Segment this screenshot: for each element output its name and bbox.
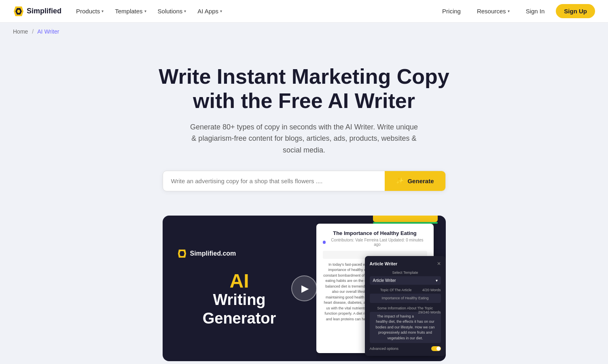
video-brand-icon [177,249,187,258]
ai-advanced-row: Advanced options [370,346,441,351]
breadcrumb-home[interactable]: Home [13,28,28,35]
video-title-ai: AI [177,271,302,291]
ai-panel-close-icon[interactable]: ✕ [437,261,441,267]
nav-solutions[interactable]: Solutions ▾ [153,4,191,18]
generate-button[interactable]: ✨ Generate [385,171,445,191]
ai-info-field[interactable]: The impact of having a healthy diet, the… [370,312,441,343]
hero-title: Write Instant Marketing Copy with the Fr… [150,65,458,113]
ai-topic-field[interactable]: Importance of Healthy Eating [370,294,441,303]
nav-right: Pricing Resources ▾ Sign In Sign Up [437,4,595,18]
doc-title: The Importance of Healthy Eating [323,230,427,236]
video-title-rest: WritingGenerator [203,291,276,327]
hero-description: Generate 80+ types of copy in seconds wi… [187,121,422,156]
breadcrumb-current: AI Writer [37,28,59,35]
video-right: The Importance of Healthy Eating Contrib… [316,216,446,361]
logo-icon [13,6,24,17]
chevron-down-icon: ▾ [220,9,222,13]
video-section: Simplified.com AI WritingGenerator ▶ The… [8,216,600,364]
breadcrumb: Home / AI Writer [0,23,608,40]
svg-marker-4 [180,251,184,256]
doc-dot [323,241,326,244]
search-input[interactable] [163,171,385,191]
ai-toggle-knob [436,347,441,351]
nav-ai-apps[interactable]: AI Apps ▾ [193,4,227,18]
ai-info-label: Some Information About The Topic 29/240 … [370,306,441,310]
nav-templates[interactable]: Templates ▾ [110,4,151,18]
doc-meta: Contributors: Vale Ferreira Last Updated… [323,238,427,247]
chevron-down-icon: ▾ [508,9,510,13]
ai-toggle[interactable] [431,346,441,351]
logo-text: Simplified [27,7,61,15]
yellow-bar [373,216,438,222]
ai-writer-panel: Article Writer ✕ Select Template Article… [365,256,446,356]
chevron-down-icon: ▾ [102,9,104,13]
nav-products[interactable]: Products ▾ [71,4,108,18]
play-button-wrap: ▶ [291,275,317,301]
ai-panel-title: Article Writer [370,261,398,266]
video-brand: Simplified.com [177,249,302,258]
magic-icon: ✨ [396,177,404,185]
ai-panel-header: Article Writer ✕ [370,261,441,267]
hero-section: Write Instant Marketing Copy with the Fr… [0,40,608,364]
nav-links: Products ▾ Templates ▾ Solutions ▾ AI Ap… [71,4,437,18]
sign-in-link[interactable]: Sign In [521,4,550,18]
ai-select-label: Select Template [370,271,441,275]
logo-link[interactable]: Simplified [13,6,61,17]
navbar: Simplified Products ▾ Templates ▾ Soluti… [0,0,608,23]
ai-advanced-label: Advanced options [370,347,399,351]
video-card: Simplified.com AI WritingGenerator ▶ The… [163,216,446,361]
ai-topic-label: Topic Of The Article 4/20 Words [370,288,441,292]
search-bar: ✨ Generate [163,171,446,191]
sign-up-button[interactable]: Sign Up [556,4,595,18]
nav-resources[interactable]: Resources ▾ [472,4,515,18]
chevron-down-icon: ▾ [184,9,186,13]
chevron-down-icon: ▾ [144,9,146,13]
ai-template-select[interactable]: Article Writer ▾ [370,276,441,285]
breadcrumb-separator: / [32,28,34,35]
nav-pricing[interactable]: Pricing [437,4,466,18]
chevron-down-icon: ▾ [436,278,438,283]
play-button[interactable]: ▶ [291,275,317,301]
video-brand-text: Simplified.com [190,250,236,257]
play-icon: ▶ [301,283,309,294]
